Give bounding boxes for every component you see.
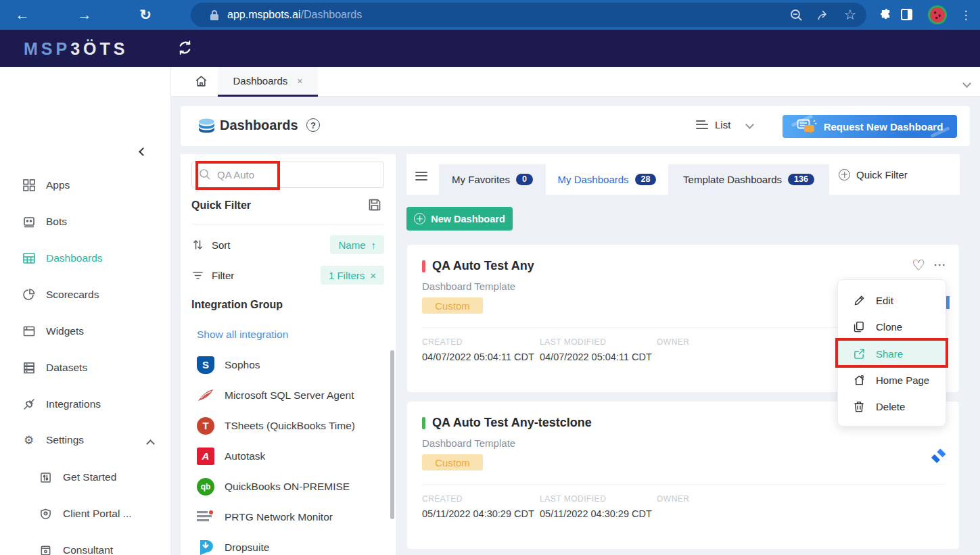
sidebar-item-dashboards[interactable]: Dashboards — [0, 249, 171, 268]
sidebar-item-label: Bots — [46, 216, 67, 228]
extensions-icon[interactable] — [874, 0, 897, 30]
zoom-out-icon[interactable] — [785, 3, 808, 27]
dashboards-title-icon — [197, 118, 216, 135]
sidebar-item-bots[interactable]: Bots — [0, 212, 171, 231]
sidebar-item-integrations[interactable]: Integrations — [0, 395, 171, 414]
created-column: CREATED 05/11/2022 04:30:29 CDT — [422, 494, 534, 519]
jira-icon[interactable] — [929, 446, 948, 465]
browser-forward-icon[interactable]: → — [73, 0, 96, 30]
browser-window-icon[interactable] — [901, 9, 912, 20]
page-tab-dashboards[interactable]: Dashboards × — [218, 67, 318, 97]
sidebar-item-datasets[interactable]: Datasets — [0, 358, 171, 377]
sidebar-item-consultant[interactable]: Consultant — [0, 541, 171, 555]
sidebar-item-get-started[interactable]: Get Started — [0, 468, 171, 487]
sidebar-item-client-portal[interactable]: Client Portal ... — [0, 504, 171, 523]
menu-item-delete[interactable]: Delete — [838, 393, 947, 420]
filter-panel-scrollbar[interactable] — [390, 350, 394, 519]
modified-column: LAST MODIFIED 04/07/2022 05:04:11 CDT — [540, 337, 652, 362]
sidebar-item-scorecards[interactable]: Scorecards — [0, 285, 171, 304]
owner-column: OWNER — [657, 494, 690, 504]
menu-item-clone[interactable]: Clone — [838, 314, 947, 340]
mspbots-logo[interactable]: MSP3ÖTS — [24, 39, 128, 59]
integration-group-title: Integration Group — [191, 299, 283, 311]
card-title: QA Auto Test Any-testclone — [432, 416, 592, 430]
datasets-icon — [22, 362, 35, 374]
page-header: Dashboards ? List Request New Dashboard — [181, 106, 970, 146]
save-filter-icon[interactable] — [368, 198, 381, 214]
tab-my-favorites[interactable]: My Favorites 0 — [438, 164, 546, 195]
page-title: Dashboards — [220, 118, 298, 133]
card-accent-bar — [422, 260, 425, 272]
integration-item-dropsuite[interactable]: Dropsuite — [197, 532, 379, 555]
menu-item-edit[interactable]: Edit — [838, 287, 947, 314]
tab-count-badge: 136 — [788, 174, 814, 186]
view-mode-label: List — [715, 119, 730, 130]
tsheets-logo-icon: T — [197, 417, 214, 435]
quick-filter-title: Quick Filter — [191, 199, 251, 212]
search-input[interactable] — [191, 162, 384, 188]
sidebar-item-apps[interactable]: Apps — [0, 176, 171, 195]
favorite-heart-icon[interactable]: ♡ — [912, 257, 925, 274]
share-page-icon[interactable] — [812, 3, 835, 27]
card-accent-bar — [422, 417, 425, 429]
filter-value-badge[interactable]: 1 Filters× — [321, 266, 384, 285]
integration-item-mssql-agent[interactable]: Microsoft SQL Server Agent — [197, 380, 379, 410]
browser-back-icon[interactable]: ← — [11, 0, 34, 30]
custom-badge: Custom — [422, 454, 483, 470]
sync-icon[interactable] — [177, 40, 193, 58]
sort-value-badge[interactable]: Name↑ — [330, 235, 384, 254]
filter-label: Filter — [212, 270, 234, 281]
bookmark-star-icon[interactable]: ☆ — [839, 3, 862, 27]
integration-item-autotask[interactable]: A Autotask — [197, 441, 379, 471]
sidebar-item-settings[interactable]: ⚙ Settings — [0, 431, 171, 450]
lock-icon — [210, 9, 219, 21]
tab-overflow-chevron-icon[interactable] — [964, 77, 970, 89]
sidebar-item-widgets[interactable]: Widgets — [0, 322, 171, 341]
sidebar: Apps Bots Dashboards — [0, 67, 171, 555]
delete-trash-icon — [853, 401, 865, 412]
card-divider — [422, 484, 946, 485]
integration-item-prtg[interactable]: PRTG Network Monitor — [197, 502, 379, 532]
tab-template-dashboards[interactable]: Template Dashboards 136 — [668, 164, 829, 195]
scorecards-icon — [22, 289, 35, 301]
address-bar[interactable]: app.mspbots.ai/Dashboards ☆ — [191, 3, 866, 27]
bot-icon — [22, 216, 35, 228]
dashboard-tabs-strip: My Favorites 0 My Dashboards 28 Template… — [406, 154, 960, 195]
modified-column: LAST MODIFIED 05/11/2022 04:30:29 CDT — [540, 494, 652, 519]
tab-my-dashboards[interactable]: My Dashboards 28 — [546, 164, 668, 195]
app-navbar: MSP3ÖTS Forum KB Request New Feature — [0, 30, 980, 67]
browser-menu-icon[interactable]: ⋮ — [954, 0, 977, 30]
quick-filter-toggle[interactable]: Quick Filter — [839, 154, 908, 195]
request-new-dashboard-button[interactable]: Request New Dashboard — [783, 115, 957, 138]
page-tab-bar: Dashboards × — [171, 67, 980, 97]
settings-expand-icon[interactable] — [147, 437, 154, 450]
help-icon[interactable]: ? — [306, 118, 320, 132]
card-subtitle: Dashboard Template — [422, 281, 515, 292]
page-tab-label: Dashboards — [233, 75, 287, 87]
close-tab-icon[interactable]: × — [297, 76, 302, 87]
profile-avatar[interactable] — [928, 5, 947, 24]
apps-icon — [22, 179, 35, 191]
menu-item-share[interactable]: Share — [838, 341, 947, 367]
created-column: CREATED 04/07/2022 05:04:11 CDT — [422, 337, 534, 362]
integrations-icon — [22, 398, 35, 410]
integration-item-quickbooks[interactable]: qb QuickBooks ON-PREMISE — [197, 471, 379, 502]
card-more-icon[interactable]: ⋯ — [933, 257, 947, 272]
sophos-logo-icon: S — [197, 356, 214, 374]
sidebar-collapse-icon[interactable] — [137, 143, 149, 160]
plus-icon — [414, 213, 425, 224]
integration-item-tsheets[interactable]: T TSheets (QuickBooks Time) — [197, 410, 379, 441]
mspbots-dashboards-screen: ← → ↻ app.mspbots.ai/Dashboards ☆ — [0, 0, 980, 555]
show-all-integration-link[interactable]: Show all integration — [197, 329, 288, 341]
home-icon[interactable] — [194, 74, 208, 91]
integration-item-sophos[interactable]: S Sophos — [197, 349, 379, 380]
dashboards-icon — [22, 252, 35, 264]
tab-count-badge: 0 — [516, 174, 533, 186]
browser-reload-icon[interactable]: ↻ — [134, 0, 157, 30]
tabs-menu-icon[interactable] — [415, 169, 427, 183]
view-mode-dropdown[interactable]: List — [696, 118, 753, 131]
new-dashboard-button[interactable]: New Dashboard — [406, 207, 513, 231]
custom-badge: Custom — [422, 297, 483, 314]
autotask-logo-icon: A — [197, 448, 214, 465]
menu-item-home-page[interactable]: Home Page — [838, 367, 947, 393]
